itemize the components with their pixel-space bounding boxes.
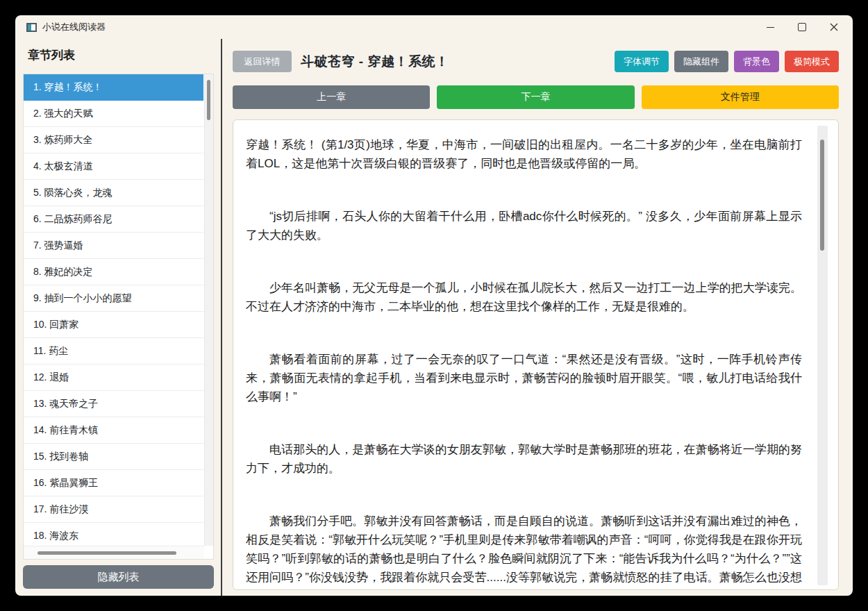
chapter-item[interactable]: 7. 强势逼婚 (24, 233, 203, 259)
chapter-item[interactable]: 11. 药尘 (24, 338, 203, 365)
close-icon (830, 23, 838, 31)
minimize-button[interactable] (754, 15, 786, 39)
chapter-items: 1. 穿越！系统！2. 强大的天赋3. 炼药师大全4. 太极玄清道5. 陨落心炎… (24, 74, 203, 549)
chapter-item[interactable]: 8. 雅妃的决定 (24, 259, 203, 285)
chapter-item[interactable]: 1. 穿越！系统！ (24, 74, 203, 101)
chapter-nav: 上一章 下一章 文件管理 (233, 85, 839, 109)
maximize-icon (798, 23, 806, 31)
reader-vertical-scrollbar-thumb[interactable] (820, 140, 824, 251)
window-body: 章节列表 1. 穿越！系统！2. 强大的天赋3. 炼药师大全4. 太极玄清道5.… (15, 39, 853, 596)
chapter-item[interactable]: 6. 二品炼药师谷尼 (24, 206, 203, 233)
toolbar-button-4[interactable]: 极简模式 (785, 51, 839, 72)
back-to-details-button[interactable]: 返回详情 (233, 51, 292, 72)
chapter-list-horizontal-scrollbar[interactable] (24, 546, 204, 559)
chapter-item[interactable]: 16. 紫晶翼狮王 (24, 470, 203, 496)
paragraph: 电话那头的人，是萧畅在大学谈的女朋友郭敏，郭敏大学时是萧畅那班的班花，在萧畅将近… (246, 440, 802, 478)
reader-header: 返回详情 斗破苍穹 - 穿越！系统！ 字体调节隐藏组件背景色极简模式 (233, 51, 839, 72)
paragraph: 萧畅看着面前的屏幕，过了一会无奈的叹了一口气道：“果然还是没有晋级。”这时，一阵… (246, 350, 802, 406)
toolbar-button-3[interactable]: 背景色 (734, 51, 779, 72)
chapter-item[interactable]: 10. 回萧家 (24, 312, 203, 338)
reader-text: 穿越！系统！ (第1/3页)地球，华夏，中海市，一间破旧的出租屋内。一名二十多岁… (246, 135, 802, 590)
chapter-sidebar: 章节列表 1. 穿越！系统！2. 强大的天赋3. 炼药师大全4. 太极玄清道5.… (15, 39, 222, 596)
chapter-item[interactable]: 3. 炼药师大全 (24, 127, 203, 153)
reader-main: 返回详情 斗破苍穹 - 穿越！系统！ 字体调节隐藏组件背景色极简模式 上一章 下… (222, 39, 853, 596)
maximize-button[interactable] (786, 15, 818, 39)
chapter-item[interactable]: 2. 强大的天赋 (24, 101, 203, 127)
chapter-item[interactable]: 13. 魂天帝之子 (24, 391, 203, 417)
chapter-item[interactable]: 14. 前往青木镇 (24, 417, 203, 444)
paragraph: 穿越！系统！ (第1/3页)地球，华夏，中海市，一间破旧的出租屋内。一名二十多岁… (246, 135, 802, 173)
chapter-item[interactable]: 9. 抽到一个小小的愿望 (24, 285, 203, 312)
reader-vertical-scrollbar[interactable] (817, 126, 828, 585)
app-window: 小说在线阅读器 章节列表 1. 穿越！系统！2. 强大的天赋3. 炼药师大全4.… (15, 15, 853, 596)
hide-list-button[interactable]: 隐藏列表 (23, 565, 214, 589)
chapter-item[interactable]: 5. 陨落心炎，龙魂 (24, 180, 203, 206)
window-title: 小说在线阅读器 (42, 21, 106, 33)
window-controls (754, 15, 850, 39)
titlebar: 小说在线阅读器 (15, 15, 853, 39)
chapter-item[interactable]: 17. 前往沙漠 (24, 496, 203, 523)
reader-content-card: 穿越！系统！ (第1/3页)地球，华夏，中海市，一间破旧的出租屋内。一名二十多岁… (233, 119, 839, 590)
chapter-list-vertical-scrollbar[interactable] (204, 74, 213, 546)
chapter-list: 1. 穿越！系统！2. 强大的天赋3. 炼药师大全4. 太极玄清道5. 陨落心炎… (23, 74, 214, 560)
prev-chapter-button[interactable]: 上一章 (233, 85, 430, 109)
paragraph: 少年名叫萧畅，无父无母是一个孤儿，小时候在孤儿院长大，然后又一边打工一边上学的把… (246, 278, 802, 316)
chapter-item[interactable]: 4. 太极玄清道 (24, 153, 203, 180)
toolbar-button-2[interactable]: 隐藏组件 (674, 51, 728, 72)
next-chapter-button[interactable]: 下一章 (437, 85, 634, 109)
close-button[interactable] (818, 15, 850, 39)
chapter-item[interactable]: 15. 找到卷轴 (24, 444, 203, 470)
chapter-item[interactable]: 12. 退婚 (24, 365, 203, 391)
minimize-icon (767, 27, 774, 28)
reader-toolbar: 字体调节隐藏组件背景色极简模式 (615, 51, 839, 72)
toolbar-button-1[interactable]: 字体调节 (615, 51, 669, 72)
book-chapter-title: 斗破苍穹 - 穿越！系统！ (301, 53, 449, 71)
chapter-list-vertical-scrollbar-thumb[interactable] (207, 80, 210, 120)
file-manager-button[interactable]: 文件管理 (642, 85, 839, 109)
screen: 小说在线阅读器 章节列表 1. 穿越！系统！2. 强大的天赋3. 炼药师大全4.… (0, 0, 868, 611)
chapter-list-horizontal-scrollbar-thumb[interactable] (37, 551, 176, 555)
paragraph: 萧畅我们分手吧。郭敏并没有回答萧畅话，而是自顾自的说道。萧畅听到这话并没有漏出难… (246, 512, 802, 590)
paragraph: “js切后排啊，石头人你的大留着干什么用，卧槽adc你什么时候死的。” 没多久，… (246, 207, 802, 244)
app-window-icon (26, 23, 37, 32)
chapter-list-title: 章节列表 (28, 47, 214, 63)
